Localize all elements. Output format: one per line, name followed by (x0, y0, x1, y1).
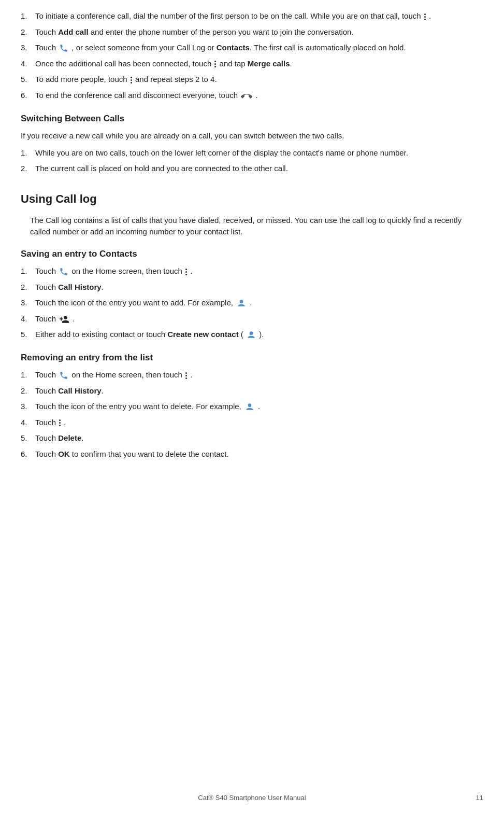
step-1-num: 1. (21, 10, 35, 22)
step-3-text: Touch , or select someone from your Call… (35, 42, 483, 54)
remove-step-2-num: 2. (21, 385, 35, 397)
menu-icon-remove1 (185, 372, 187, 379)
phone-icon-save1 (59, 267, 68, 276)
remove-step-2-text: Touch Call History. (35, 385, 483, 397)
save-step-4-num: 4. (21, 313, 35, 325)
person-icon-remove3 (244, 402, 255, 412)
switching-section: Switching Between Calls If you receive a… (21, 112, 483, 175)
addperson-icon (59, 314, 69, 325)
step-5-text: To add more people, touch and repeat ste… (35, 74, 483, 86)
call-log-intro: The Call log contains a list of calls th… (30, 215, 483, 238)
save-step-1: 1. Touch on the Home screen, then touch … (21, 265, 483, 277)
step-3: 3. Touch , or select someone from your C… (21, 42, 483, 54)
switching-intro: If you receive a new call while you are … (21, 130, 483, 142)
remove-step-4: 4. Touch . (21, 417, 483, 429)
step-2: 2. Touch Add call and enter the phone nu… (21, 26, 483, 38)
menu-icon-remove4 (59, 419, 61, 426)
step-6-text: To end the conference call and disconnec… (35, 90, 483, 102)
step-2-num: 2. (21, 26, 35, 38)
svg-point-2 (248, 403, 252, 407)
save-step-4: 4. Touch . (21, 313, 483, 325)
removing-entry-section: Removing an entry from the list 1. Touch… (21, 351, 483, 460)
remove-step-5-text: Touch Delete. (35, 432, 483, 444)
using-call-log-section: Using Call log The Call log contains a l… (21, 190, 483, 460)
remove-step-3-num: 3. (21, 401, 35, 413)
menu-icon-save1 (185, 269, 187, 275)
svg-point-1 (250, 331, 253, 335)
remove-step-1: 1. Touch on the Home screen, then touch … (21, 369, 483, 381)
footer-text: Cat® S40 Smartphone User Manual (198, 794, 306, 802)
switching-heading: Switching Between Calls (21, 112, 483, 125)
step-4-num: 4. (21, 58, 35, 70)
save-step-3-text: Touch the icon of the entry you want to … (35, 297, 483, 309)
save-step-2: 2. Touch Call History. (21, 282, 483, 293)
switch-step-2: 2. The current call is placed on hold an… (21, 163, 483, 175)
menu-icon-1 (424, 13, 426, 20)
saving-heading: Saving an entry to Contacts (21, 247, 483, 261)
save-step-2-num: 2. (21, 282, 35, 293)
page-number: 11 (476, 793, 483, 803)
save-step-4-text: Touch . (35, 313, 483, 325)
newcontact-icon (246, 330, 256, 340)
step-3-num: 3. (21, 42, 35, 54)
switch-step-2-text: The current call is placed on hold and y… (35, 163, 483, 175)
switch-step-1-num: 1. (21, 147, 35, 159)
step-1-text: To initiate a conference call, dial the … (35, 10, 483, 22)
remove-step-6-num: 6. (21, 448, 35, 460)
step-5-num: 5. (21, 74, 35, 86)
step-2-text: Touch Add call and enter the phone numbe… (35, 26, 483, 38)
footer: Cat® S40 Smartphone User Manual 11 (0, 793, 504, 803)
removing-heading: Removing an entry from the list (21, 351, 483, 365)
remove-step-4-text: Touch . (35, 417, 483, 429)
remove-step-3-text: Touch the icon of the entry you want to … (35, 401, 483, 413)
remove-step-6: 6. Touch OK to confirm that you want to … (21, 448, 483, 460)
step-6-num: 6. (21, 90, 35, 102)
menu-icon-5 (131, 77, 132, 83)
save-step-5-text: Either add to existing contact or touch … (35, 329, 483, 341)
conference-steps: 1. To initiate a conference call, dial t… (21, 10, 483, 102)
svg-point-0 (240, 300, 243, 303)
switch-step-1-text: While you are on two calls, touch on the… (35, 147, 483, 159)
save-step-2-text: Touch Call History. (35, 282, 483, 293)
person-icon-save3 (236, 298, 247, 309)
call-history-bold-2: Call History (58, 386, 101, 395)
delete-bold: Delete (58, 433, 81, 442)
menu-icon-4 (214, 61, 216, 67)
save-step-5: 5. Either add to existing contact or tou… (21, 329, 483, 341)
contacts-bold: Contacts (217, 43, 250, 52)
add-call-bold: Add call (58, 27, 88, 36)
phone-icon-remove1 (59, 371, 68, 380)
endcall-icon (241, 90, 252, 102)
ok-bold: OK (58, 450, 70, 458)
call-log-heading: Using Call log (21, 190, 483, 207)
call-history-bold-1: Call History (58, 283, 101, 291)
save-step-3-num: 3. (21, 297, 35, 309)
save-step-1-text: Touch on the Home screen, then touch . (35, 265, 483, 277)
step-4: 4. Once the additional call has been con… (21, 58, 483, 70)
remove-step-6-text: Touch OK to confirm that you want to del… (35, 448, 483, 460)
remove-step-5-num: 5. (21, 432, 35, 444)
save-step-3: 3. Touch the icon of the entry you want … (21, 297, 483, 309)
phone-icon-3 (59, 44, 68, 53)
create-new-contact-bold: Create new contact (167, 330, 239, 339)
switch-step-1: 1. While you are on two calls, touch on … (21, 147, 483, 159)
saving-entry-section: Saving an entry to Contacts 1. Touch on … (21, 247, 483, 341)
switch-step-2-num: 2. (21, 163, 35, 175)
step-5: 5. To add more people, touch and repeat … (21, 74, 483, 86)
remove-step-4-num: 4. (21, 417, 35, 429)
remove-step-2: 2. Touch Call History. (21, 385, 483, 397)
remove-step-3: 3. Touch the icon of the entry you want … (21, 401, 483, 413)
remove-step-1-text: Touch on the Home screen, then touch . (35, 369, 483, 381)
step-1: 1. To initiate a conference call, dial t… (21, 10, 483, 22)
remove-step-1-num: 1. (21, 369, 35, 381)
step-4-text: Once the additional call has been connec… (35, 58, 483, 70)
remove-step-5: 5. Touch Delete. (21, 432, 483, 444)
save-step-1-num: 1. (21, 265, 35, 277)
merge-calls-bold: Merge calls (248, 59, 290, 68)
step-6: 6. To end the conference call and discon… (21, 90, 483, 102)
save-step-5-num: 5. (21, 329, 35, 341)
